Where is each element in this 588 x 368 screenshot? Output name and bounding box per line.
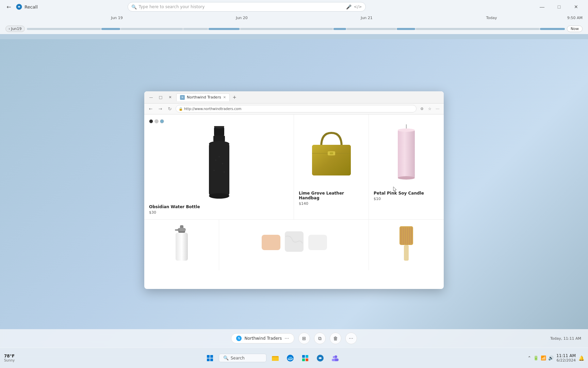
svg-rect-32	[401, 227, 402, 244]
snapshot-copy-button[interactable]: ⧉	[314, 333, 326, 344]
snapshot-bar: N Northwind Traders ··· ⊞ ⧉ 🗑 ··· Today,…	[0, 329, 588, 348]
timeline-bar: Jun 19 Jun 20 Jun 21 Today 9:50 AM ‹ Jun…	[0, 14, 588, 34]
taskbar-time: 11:11 AM	[556, 353, 576, 358]
brush-svg	[394, 225, 418, 262]
lotion-svg	[172, 225, 192, 262]
timeline-track[interactable]	[27, 28, 565, 30]
timeline-back-button[interactable]: ‹ Jun19	[5, 26, 25, 32]
svg-point-53	[333, 356, 335, 358]
product-card-bottle[interactable]: Obsidian Water Bottle $30	[144, 114, 294, 219]
bottle-price: $30	[149, 210, 289, 215]
handbag-svg	[306, 126, 357, 181]
taskbar-file-explorer[interactable]	[269, 352, 281, 364]
timeline-time: 9:50 AM	[567, 16, 583, 20]
back-button[interactable]: ←	[4, 2, 14, 12]
maximize-button[interactable]: □	[551, 1, 567, 12]
file-explorer-icon	[271, 354, 279, 362]
svg-rect-13	[312, 145, 351, 175]
notification-button[interactable]: 🔔	[578, 355, 584, 361]
product-card-candle[interactable]: Petal Pink Soy Candle $10	[369, 114, 444, 219]
search-bar[interactable]: 🔍 Type here to search your history 🎤 </>	[128, 2, 366, 12]
browser-back-button[interactable]: ←	[147, 105, 154, 112]
taskbar-search-text: Search	[231, 356, 245, 361]
taskbar-search-bar[interactable]: 🔍 Search	[219, 354, 266, 362]
taskbar-date: 6/22/2024	[557, 358, 576, 363]
soap-svg	[260, 228, 328, 255]
taskbar-recall[interactable]	[314, 352, 326, 364]
taskbar-clock[interactable]: 11:11 AM 6/22/2024	[556, 353, 576, 363]
svg-rect-30	[308, 235, 327, 250]
svg-point-7	[215, 159, 216, 161]
browser-minimize[interactable]: —	[147, 93, 155, 101]
taskbar-store[interactable]	[299, 352, 311, 364]
browser-settings-icon[interactable]: ⋯	[434, 105, 441, 112]
candle-name: Petal Pink Soy Candle	[374, 191, 439, 196]
product-card-lotion[interactable]	[144, 220, 219, 270]
svg-rect-49	[306, 358, 308, 361]
app-icon	[16, 3, 22, 10]
svg-point-20	[398, 128, 415, 132]
svg-rect-44	[272, 357, 279, 361]
products-row2	[144, 220, 444, 270]
snapshot-more-button[interactable]: ···	[345, 333, 357, 344]
taskbar-battery-icon[interactable]: 🔋	[533, 355, 539, 361]
snapshot-screenshot-button[interactable]: ⊞	[298, 333, 310, 344]
snapshot-pill[interactable]: N Northwind Traders ···	[231, 333, 294, 343]
timeline-label-jun20: Jun 20	[179, 16, 304, 20]
product-card-soap[interactable]	[219, 220, 369, 270]
candle-price: $10	[374, 197, 439, 201]
tab-close-icon[interactable]: ✕	[223, 95, 226, 99]
new-tab-button[interactable]: +	[230, 93, 239, 101]
browser-url-box[interactable]: 🔒 http://www.northwindtraders.com	[176, 105, 416, 112]
start-button[interactable]	[204, 352, 216, 364]
close-button[interactable]: ✕	[568, 1, 584, 12]
taskbar-weather: 78°F Sunny	[4, 354, 15, 362]
taskbar-wifi-icon[interactable]: 📶	[541, 355, 546, 361]
handbag-image-area	[299, 119, 364, 187]
timeline-now-button[interactable]: Now	[567, 26, 583, 32]
code-icon[interactable]: </>	[354, 4, 362, 9]
lotion-image-area	[149, 225, 214, 262]
svg-point-21	[398, 176, 415, 180]
taskbar: 78°F Sunny 🔍 Search	[0, 348, 588, 368]
recall-icon	[316, 354, 324, 362]
swatch-blue[interactable]	[160, 119, 164, 123]
product-card-handbag[interactable]: Lime Grove Leather Handbag $140	[294, 114, 369, 219]
taskbar-volume-icon[interactable]: 🔊	[548, 355, 554, 361]
browser-close[interactable]: ✕	[166, 93, 174, 101]
browser-tab-active[interactable]: N Northwind Traders ✕	[176, 93, 230, 101]
svg-point-9	[222, 163, 223, 164]
svg-rect-42	[210, 358, 213, 361]
browser-favorites-icon[interactable]: ☆	[426, 105, 433, 112]
snapshot-dots[interactable]: ···	[284, 336, 289, 341]
product-card-brush[interactable]	[369, 220, 444, 270]
minimize-button[interactable]: —	[534, 1, 550, 12]
window-controls: — □ ✕	[534, 1, 584, 12]
snapshot-delete-button[interactable]: 🗑	[330, 333, 341, 344]
browser-titlebar: — □ ✕ N Northwind Traders ✕ +	[144, 91, 444, 104]
taskbar-arrow-icon[interactable]: ⌃	[527, 355, 531, 361]
browser-refresh-button[interactable]: ↻	[166, 105, 174, 112]
swatch-grey[interactable]	[154, 119, 159, 123]
url-lock-icon: 🔒	[179, 107, 183, 111]
start-icon	[207, 355, 213, 362]
mic-icon[interactable]: 🎤	[346, 4, 352, 10]
bottle-name: Obsidian Water Bottle	[149, 204, 289, 209]
taskbar-right: ⌃ 🔋 📶 🔊 11:11 AM 6/22/2024 🔔	[527, 353, 584, 363]
svg-point-6	[209, 193, 229, 199]
taskbar-left: 78°F Sunny	[4, 354, 17, 362]
svg-point-11	[224, 171, 225, 173]
browser-maximize[interactable]: □	[157, 93, 165, 101]
browser-forward-button[interactable]: →	[157, 105, 164, 112]
svg-rect-37	[411, 227, 412, 244]
svg-rect-35	[407, 227, 408, 245]
search-placeholder: Type here to search your history	[139, 4, 344, 9]
snapshot-browser-icon: N	[236, 336, 242, 341]
candle-svg	[393, 123, 420, 184]
swatch-black[interactable]	[149, 119, 153, 123]
taskbar-center: 🔍 Search	[17, 352, 527, 364]
browser-toolbar-icons: ⚙ ☆ ⋯	[419, 105, 441, 112]
taskbar-edge[interactable]	[284, 352, 296, 364]
browser-extensions-icon[interactable]: ⚙	[419, 105, 425, 112]
taskbar-teams[interactable]	[329, 352, 341, 364]
